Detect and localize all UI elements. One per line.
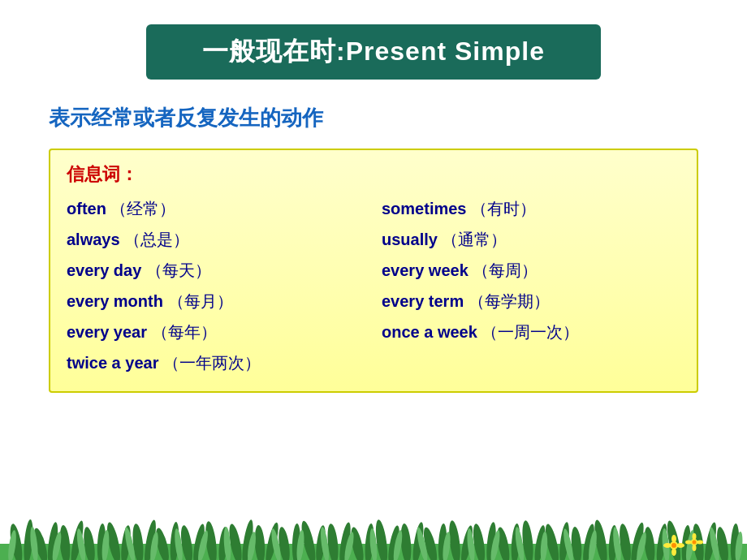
word-everyweek-en: every week [382, 261, 468, 279]
word-often-cn: （经常） [110, 200, 175, 218]
word-usually-cn: （通常） [442, 230, 507, 248]
word-onceaweek-cn: （一周一次） [481, 323, 579, 341]
title-colon: : [336, 37, 346, 66]
svg-point-103 [693, 541, 697, 545]
word-everyterm: every term （每学期） [382, 289, 680, 313]
svg-point-99 [693, 533, 697, 540]
word-empty [382, 351, 680, 375]
word-often-en: often [67, 200, 106, 218]
title-chinese: 一般现在时 [202, 37, 336, 66]
slide-title: 一般现在时:Present Simple [202, 37, 545, 66]
svg-point-100 [693, 545, 697, 551]
svg-point-102 [697, 541, 703, 545]
info-box: 信息词： often （经常） sometimes （有时） always （总… [49, 149, 698, 393]
word-sometimes-cn: （有时） [471, 200, 536, 218]
svg-point-93 [671, 535, 676, 543]
word-sometimes: sometimes （有时） [382, 196, 680, 221]
svg-point-96 [676, 543, 684, 548]
word-often: often （经常） [67, 196, 365, 221]
word-always-cn: （总是） [124, 230, 189, 248]
word-sometimes-en: sometimes [382, 200, 467, 218]
word-everyday: every day （每天） [67, 258, 365, 282]
words-grid: often （经常） sometimes （有时） always （总是） us… [67, 196, 680, 375]
word-everymonth: every month （每月） [67, 289, 365, 313]
word-everyday-cn: （每天） [146, 261, 211, 279]
subtitle-text: 表示经常或者反复发生的动作 [49, 104, 747, 132]
word-everymonth-en: every month [67, 292, 163, 310]
word-usually-en: usually [382, 230, 438, 248]
word-everymonth-cn: （每月） [168, 292, 233, 310]
word-everyweek: every week （每周） [382, 258, 680, 282]
info-box-title: 信息词： [67, 162, 680, 187]
word-usually: usually （通常） [382, 227, 680, 252]
svg-point-94 [671, 548, 676, 556]
word-twiceayear: twice a year （一年两次） [67, 351, 365, 375]
grass-decoration [0, 511, 747, 560]
word-everyday-en: every day [67, 261, 141, 279]
word-twiceayear-cn: （一年两次） [163, 354, 261, 372]
title-english: Present Simple [346, 37, 545, 66]
word-always-en: always [67, 230, 120, 248]
word-everyterm-cn: （每学期） [468, 292, 550, 310]
word-always: always （总是） [67, 227, 365, 252]
word-everyweek-cn: （每周） [473, 261, 538, 279]
word-everyyear-cn: （每年） [152, 323, 217, 341]
title-bar: 一般现在时:Present Simple [146, 24, 601, 80]
word-onceaweek-en: once a week [382, 323, 477, 341]
svg-point-95 [663, 543, 671, 548]
svg-point-101 [685, 541, 692, 545]
word-onceaweek: once a week （一周一次） [382, 320, 680, 344]
svg-point-97 [671, 543, 676, 548]
word-everyyear: every year （每年） [67, 320, 365, 344]
slide-container: 一般现在时:Present Simple 表示经常或者反复发生的动作 信息词： … [0, 24, 747, 560]
word-everyterm-en: every term [382, 292, 464, 310]
word-twiceayear-en: twice a year [67, 354, 158, 372]
grass-svg [0, 511, 747, 560]
word-everyyear-en: every year [67, 323, 147, 341]
